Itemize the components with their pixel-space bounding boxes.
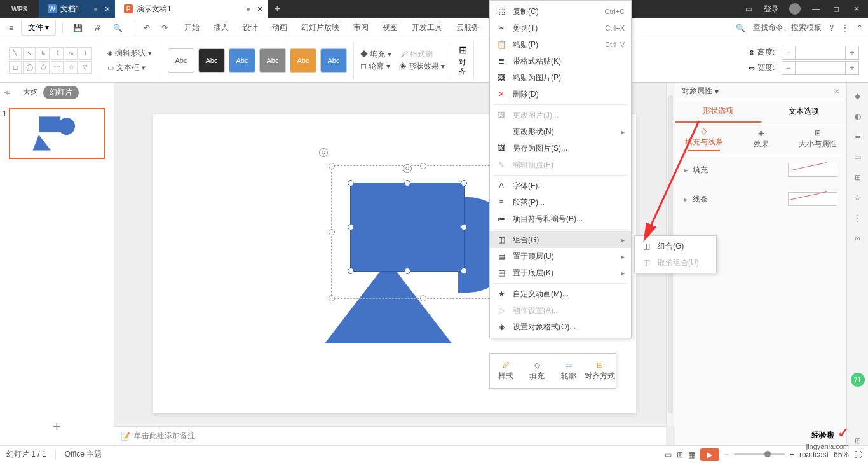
width-input[interactable]: ⇔宽度: −+ xyxy=(749,61,859,75)
score-badge[interactable]: 71 xyxy=(851,373,865,387)
edit-shape-button[interactable]: ◈ 编辑形状 ▾ xyxy=(105,46,154,60)
tool-icon[interactable]: ◐ xyxy=(855,112,861,121)
shape-styles[interactable]: Abc Abc Abc Abc Abc Abc xyxy=(168,48,347,73)
rotate-handle-icon[interactable]: ↻ xyxy=(319,148,328,157)
redo-icon[interactable]: ↷ xyxy=(158,22,172,34)
tab-animation[interactable]: 动画 xyxy=(272,22,287,33)
fit-icon[interactable]: ⛶ xyxy=(854,450,862,459)
mini-style[interactable]: 🖊样式 xyxy=(490,354,522,388)
tool-icon[interactable]: ⋮ xyxy=(854,214,862,223)
close-icon[interactable]: × xyxy=(257,4,262,14)
context-menu-item[interactable]: ≡段落(P)... xyxy=(490,194,631,211)
tab-home[interactable]: 开始 xyxy=(184,22,200,33)
save-icon[interactable]: 💾 xyxy=(69,22,86,34)
mini-fill[interactable]: ◇填充 xyxy=(522,354,553,388)
tab-insert[interactable]: 插入 xyxy=(214,22,229,33)
tab-design[interactable]: 设计 xyxy=(243,22,258,33)
context-menu-item[interactable]: ≣带格式粘贴(K) xyxy=(490,53,631,69)
context-menu-item[interactable]: 更改形状(N)▸ xyxy=(490,123,631,140)
context-menu-item[interactable]: ✂剪切(T)Ctrl+X xyxy=(490,20,631,36)
context-menu-item[interactable]: ≔项目符号和编号(B)... xyxy=(490,211,631,227)
line-shapes-grid[interactable]: ╲↘↳⤴∿⌇ ◻◯⬠〰☆▽ xyxy=(9,47,92,74)
line-section[interactable]: ▸线条 xyxy=(675,184,846,214)
view-sorter-icon[interactable]: ⊞ xyxy=(677,450,683,459)
context-menu-item[interactable]: 📋粘贴(P)Ctrl+V xyxy=(490,36,631,53)
tool-icon[interactable]: ☆ xyxy=(854,193,861,202)
collapse-icon[interactable]: ≪ xyxy=(4,89,10,96)
mini-align[interactable]: ⊟对齐方式 xyxy=(585,354,616,388)
context-menu-item[interactable]: A字体(F)... xyxy=(490,177,631,194)
hamburger-icon[interactable]: ≡ xyxy=(5,22,17,34)
outline-button[interactable]: ◻ 轮廓 ▾ xyxy=(360,61,390,72)
search-placeholder[interactable]: 查找命令、搜索模板 xyxy=(753,22,822,33)
preview-icon[interactable]: 🔍 xyxy=(109,22,126,34)
tab-slideshow[interactable]: 幻灯片放映 xyxy=(301,22,339,33)
context-menu-item[interactable]: ▤置于顶层(U)▸ xyxy=(490,248,631,265)
context-menu-item[interactable]: ▤置于底层(K)▸ xyxy=(490,265,631,281)
context-menu-item[interactable]: ✕删除(D) xyxy=(490,86,631,102)
fill-section[interactable]: ▸填充 xyxy=(675,155,846,184)
fill-button[interactable]: ◆ 填充 ▾ xyxy=(360,49,391,60)
textbox-button[interactable]: ▭ 文本框 ▾ xyxy=(105,61,154,74)
context-menu-item[interactable]: ◫组合(G)▸ xyxy=(490,232,631,248)
outline-tab[interactable]: 大纲 xyxy=(23,87,38,98)
subtab-effects[interactable]: ◈效果 xyxy=(733,123,790,155)
maximize-icon[interactable]: ◻ xyxy=(831,4,841,14)
zoom-level[interactable]: 65% xyxy=(834,450,849,459)
slides-tab[interactable]: 幻灯片 xyxy=(43,86,79,99)
search-icon[interactable]: 🔍 xyxy=(736,24,745,32)
notes-placeholder[interactable]: 单击此处添加备注 xyxy=(134,431,195,441)
tab-cloud[interactable]: 云服务 xyxy=(456,22,479,33)
context-menu-item[interactable]: 🖼另存为图片(S)... xyxy=(490,140,631,156)
new-tab-button[interactable]: + xyxy=(268,3,287,15)
grid-icon[interactable]: ⊞ xyxy=(855,436,861,445)
tab-view[interactable]: 视图 xyxy=(383,22,398,33)
layout-icon[interactable]: ▭ xyxy=(743,4,754,14)
minimize-icon[interactable]: — xyxy=(811,4,821,14)
notes-bar[interactable]: 📝 单击此处添加备注 xyxy=(114,426,666,445)
line-swatch[interactable] xyxy=(788,192,837,206)
zoom-out-icon[interactable]: − xyxy=(724,450,729,459)
submenu-item[interactable]: ◫组合(G) xyxy=(635,238,716,254)
tab-text-options[interactable]: 文本选项 xyxy=(761,100,847,123)
collapse-ribbon-icon[interactable]: ⌃ xyxy=(857,24,863,32)
help-icon[interactable]: ? xyxy=(829,24,834,32)
tab-developer[interactable]: 开发工具 xyxy=(412,22,442,33)
avatar-icon[interactable] xyxy=(789,3,801,15)
effect-button[interactable]: ◈ 形状效果 ▾ xyxy=(399,61,445,72)
tool-icon[interactable]: ▭ xyxy=(854,153,861,162)
fill-swatch[interactable] xyxy=(788,163,837,177)
print-icon[interactable]: 🖨 xyxy=(90,22,105,34)
tool-icon[interactable]: ◆ xyxy=(855,92,860,100)
file-menu[interactable]: 文件 ▾ xyxy=(21,20,56,36)
context-menu-item[interactable]: ★自定义动画(M)... xyxy=(490,286,631,302)
tool-icon[interactable]: ⊞ xyxy=(855,173,861,182)
dropdown-icon[interactable]: ▾ xyxy=(715,87,719,96)
login-label[interactable]: 登录 xyxy=(764,4,779,15)
context-menu-item[interactable]: ◈设置对象格式(O)... xyxy=(490,319,631,335)
tab-doc1[interactable]: W 文档1 × xyxy=(39,0,115,18)
zoom-slider[interactable] xyxy=(734,453,785,455)
context-menu-item[interactable]: ⿻复制(C)Ctrl+C xyxy=(490,3,631,20)
view-normal-icon[interactable]: ▭ xyxy=(665,450,672,459)
undo-icon[interactable]: ↶ xyxy=(140,22,154,34)
height-input[interactable]: ⇕高度: −+ xyxy=(749,46,859,60)
slide-thumbnail-1[interactable]: 1 xyxy=(9,108,105,159)
add-slide-button[interactable]: + xyxy=(0,408,114,445)
context-menu-item[interactable]: 🖼粘贴为图片(P) xyxy=(490,69,631,86)
view-reading-icon[interactable]: ▦ xyxy=(688,450,695,459)
tool-icon[interactable]: ∞ xyxy=(855,234,860,243)
slideshow-button[interactable]: ▶ xyxy=(700,448,719,461)
mini-outline[interactable]: ▭轮廓 xyxy=(553,354,585,388)
tool-icon[interactable]: ≣ xyxy=(855,132,861,141)
close-pane-icon[interactable]: ✕ xyxy=(834,87,840,96)
close-window-icon[interactable]: ✕ xyxy=(851,4,862,14)
close-icon[interactable]: × xyxy=(105,4,110,14)
rotate-handle-icon[interactable]: ↻ xyxy=(403,164,412,173)
align-icon[interactable]: ⊞ xyxy=(459,44,467,56)
more-icon[interactable]: ⋮ xyxy=(841,24,849,32)
rectangle-shape[interactable]: ↻ xyxy=(350,183,465,272)
tab-presentation1[interactable]: P 演示文稿1 × xyxy=(115,0,268,18)
tab-shape-options[interactable]: 形状选项 xyxy=(675,100,761,123)
subtab-size[interactable]: ⊞大小与属性 xyxy=(789,123,846,155)
